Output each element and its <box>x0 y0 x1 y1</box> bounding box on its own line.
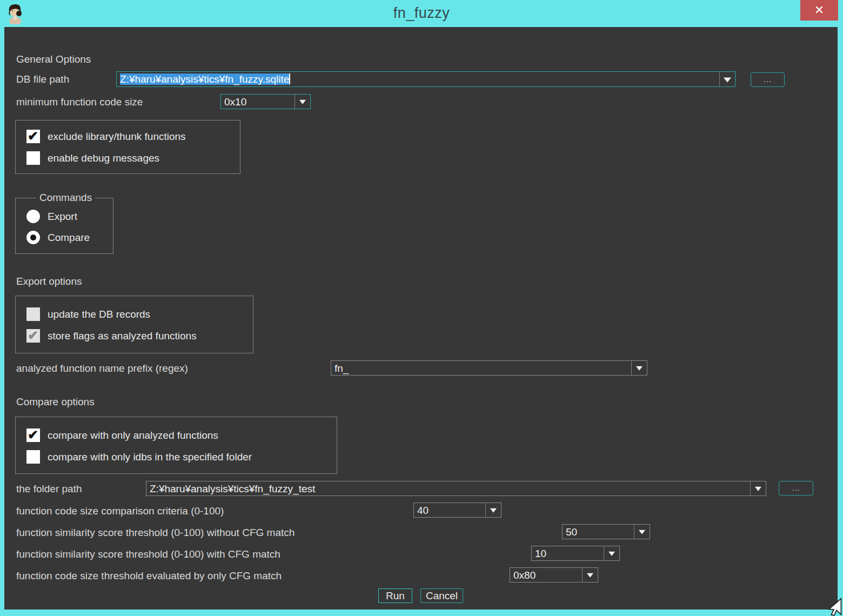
chevron-down-icon <box>490 508 497 513</box>
similarity-with-cfg-combobox[interactable]: 10 <box>531 546 620 561</box>
commands-group: Commands Export Compare <box>15 198 113 254</box>
similarity-with-cfg-value: 10 <box>535 548 546 560</box>
store-flags-checkbox <box>26 329 40 343</box>
exclude-library-checkbox[interactable] <box>26 130 40 143</box>
update-db-label: update the DB records <box>48 309 150 320</box>
db-file-path-dropdown-button[interactable] <box>719 72 735 86</box>
chevron-down-icon <box>587 573 593 578</box>
cancel-button[interactable]: Cancel <box>420 588 463 603</box>
folder-path-value: Z:¥haru¥analysis¥tics¥fn_fuzzy_test <box>150 483 315 495</box>
code-size-criteria-dropdown-button[interactable] <box>485 503 501 517</box>
run-button[interactable]: Run <box>378 588 412 603</box>
compare-analyzed-label: compare with only analyzed functions <box>48 430 218 441</box>
store-flags-label: store flags as analyzed functions <box>48 330 197 342</box>
folder-path-dropdown-button[interactable] <box>750 481 766 496</box>
compare-radio[interactable] <box>26 231 40 244</box>
similarity-without-cfg-combobox[interactable]: 50 <box>562 524 650 539</box>
db-file-path-browse-button[interactable]: ... <box>751 72 785 87</box>
commands-legend: Commands <box>36 192 95 204</box>
export-options-title: Export options <box>16 276 82 287</box>
export-options-group: update the DB records store flags as ana… <box>15 296 253 353</box>
folder-path-combobox[interactable]: Z:¥haru¥analysis¥tics¥fn_fuzzy_test <box>146 481 766 496</box>
min-function-size-label: minimum function code size <box>16 96 143 108</box>
compare-idbs-checkbox[interactable] <box>26 450 40 464</box>
chevron-down-icon <box>636 366 643 371</box>
compare-radio-label: Compare <box>48 232 90 244</box>
general-options-title: General Options <box>16 53 91 65</box>
chevron-down-icon <box>639 530 645 534</box>
min-function-size-dropdown-button[interactable] <box>295 95 310 109</box>
chevron-down-icon <box>724 77 731 82</box>
code-size-criteria-label: function code size comparison criteria (… <box>16 505 224 517</box>
chevron-down-icon <box>608 552 615 556</box>
prefix-label: analyzed function name prefix (regex) <box>16 363 188 374</box>
chevron-down-icon <box>299 100 306 104</box>
chevron-down-icon <box>755 487 761 491</box>
window-title: fn_fuzzy <box>0 5 843 22</box>
similarity-without-cfg-label: function similarity score threshold (0-1… <box>16 527 295 539</box>
similarity-without-cfg-dropdown-button[interactable] <box>634 525 650 539</box>
size-threshold-cfg-value: 0x80 <box>513 570 536 581</box>
code-size-criteria-combobox[interactable]: 40 <box>413 503 501 518</box>
size-threshold-cfg-label: function code size threshold evaluated b… <box>16 570 282 582</box>
compare-options-title: Compare options <box>16 396 95 408</box>
titlebar[interactable]: fn_fuzzy ✕ <box>0 0 843 27</box>
dialog-window: fn_fuzzy ✕ General Options DB file path … <box>0 0 843 616</box>
export-radio-label: Export <box>48 211 77 223</box>
enable-debug-label: enable debug messages <box>48 152 159 164</box>
size-threshold-cfg-dropdown-button[interactable] <box>582 568 598 582</box>
db-file-path-combobox[interactable]: Z:¥haru¥analysis¥tics¥fn_fuzzy.sqlite <box>116 71 735 87</box>
update-db-checkbox <box>26 307 40 321</box>
text-caret <box>289 73 290 84</box>
enable-debug-checkbox[interactable] <box>26 151 40 165</box>
db-file-path-label: DB file path <box>16 73 69 85</box>
size-threshold-cfg-combobox[interactable]: 0x80 <box>510 567 598 582</box>
compare-idbs-label: compare with only idbs in the specified … <box>48 451 252 463</box>
similarity-with-cfg-label: function similarity score threshold (0-1… <box>16 548 280 560</box>
min-function-size-value: 0x10 <box>224 96 246 108</box>
similarity-without-cfg-value: 50 <box>566 526 577 538</box>
min-function-size-combobox[interactable]: 0x10 <box>220 94 311 109</box>
folder-path-browse-button[interactable]: ... <box>779 481 813 496</box>
folder-path-label: the folder path <box>16 483 82 495</box>
exclude-library-label: exclude library/thunk functions <box>48 131 186 143</box>
code-size-criteria-value: 40 <box>417 505 429 517</box>
export-radio[interactable] <box>26 210 40 223</box>
general-checkbox-group: exclude library/thunk functions enable d… <box>15 120 240 174</box>
similarity-with-cfg-dropdown-button[interactable] <box>604 546 619 560</box>
prefix-dropdown-button[interactable] <box>631 361 647 375</box>
compare-options-group: compare with only analyzed functions com… <box>15 417 337 474</box>
db-file-path-value: Z:¥haru¥analysis¥tics¥fn_fuzzy.sqlite <box>120 73 289 85</box>
prefix-value: fn_ <box>334 363 349 374</box>
close-button[interactable]: ✕ <box>800 0 838 21</box>
cursor-icon <box>824 593 842 616</box>
prefix-combobox[interactable]: fn_ <box>331 360 647 376</box>
compare-analyzed-checkbox[interactable] <box>26 428 40 442</box>
